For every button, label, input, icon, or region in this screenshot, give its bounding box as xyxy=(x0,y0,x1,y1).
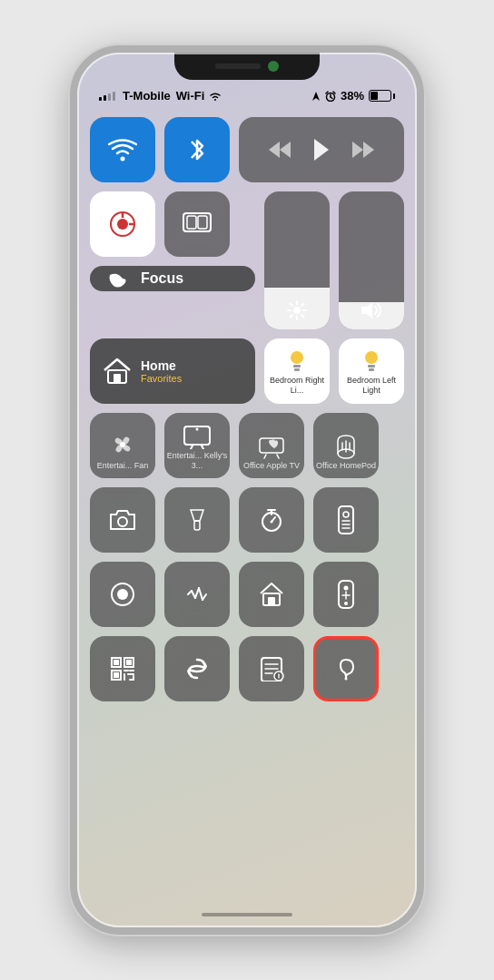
svg-marker-50 xyxy=(191,510,203,521)
shazam-button[interactable] xyxy=(164,636,230,701)
entertain-fan-label: Entertai... Fan xyxy=(97,461,149,471)
bedroom-right-light-button[interactable]: Bedroom Right Li... xyxy=(264,338,330,404)
brightness-slider[interactable] xyxy=(264,191,330,329)
volume-icon xyxy=(360,300,383,320)
svg-marker-10 xyxy=(352,142,363,158)
screen-mirror-icon xyxy=(183,212,212,236)
apple-remote-icon xyxy=(338,580,354,609)
tv-icon xyxy=(183,426,211,449)
focus-label: Focus xyxy=(141,270,183,287)
apple-tv-remote-button[interactable] xyxy=(313,562,379,627)
home-label: Home xyxy=(141,358,182,373)
location-icon xyxy=(311,91,321,102)
row-utilities-2 xyxy=(90,562,404,627)
alarm-icon xyxy=(325,91,336,102)
screen-record-button[interactable] xyxy=(90,562,155,627)
screen-lock-button[interactable] xyxy=(90,191,155,257)
svg-marker-0 xyxy=(312,92,320,101)
svg-point-49 xyxy=(118,517,127,526)
remote-button[interactable] xyxy=(313,487,379,553)
signal-bars xyxy=(99,92,115,101)
svg-line-4 xyxy=(326,92,328,93)
screen-mirror-button[interactable] xyxy=(164,191,230,257)
svg-rect-30 xyxy=(114,374,121,383)
apple-tv-icon xyxy=(259,437,284,459)
timer-button[interactable] xyxy=(239,487,304,553)
row-display: Focus xyxy=(90,191,404,329)
bluetooth-button[interactable] xyxy=(164,117,230,182)
fan-icon xyxy=(108,430,137,459)
camera xyxy=(268,61,279,72)
moon-icon xyxy=(104,266,130,291)
svg-point-41 xyxy=(196,428,199,431)
home-icon xyxy=(103,358,132,385)
forward-button[interactable] xyxy=(351,140,376,160)
notes-icon xyxy=(259,656,284,681)
status-left: T-Mobile Wi-Fi xyxy=(99,89,222,103)
svg-rect-35 xyxy=(368,365,375,368)
rewind-button[interactable] xyxy=(267,140,292,160)
sound-icon xyxy=(184,582,210,607)
home-indicator xyxy=(202,913,292,916)
focus-button[interactable]: Focus xyxy=(90,266,255,291)
svg-point-19 xyxy=(293,307,301,314)
svg-rect-81 xyxy=(114,672,119,678)
col-left: Focus xyxy=(90,191,255,291)
notes-button[interactable] xyxy=(239,636,304,701)
home-favorites-button[interactable]: Home Favorites xyxy=(90,338,255,404)
bedroom-left-light-button[interactable]: Bedroom Left Light xyxy=(339,338,404,404)
bedroom-right-label: Bedroom Right Li... xyxy=(264,376,330,396)
svg-rect-51 xyxy=(194,521,200,530)
camera-button[interactable] xyxy=(90,487,155,553)
svg-marker-28 xyxy=(361,302,372,318)
svg-line-66 xyxy=(195,588,199,598)
media-controls xyxy=(239,117,404,182)
svg-rect-33 xyxy=(294,368,300,371)
row-connectivity xyxy=(90,117,404,182)
svg-marker-8 xyxy=(269,142,280,158)
svg-line-26 xyxy=(291,315,292,317)
svg-point-63 xyxy=(117,589,128,600)
flashlight-button[interactable] xyxy=(164,487,230,553)
shazam-icon xyxy=(184,656,210,681)
hearing-button[interactable] xyxy=(313,636,379,701)
hearing-icon xyxy=(333,656,359,681)
office-homepod-button[interactable]: Office HomePod xyxy=(313,413,379,478)
qr-icon xyxy=(110,656,135,681)
svg-line-68 xyxy=(203,594,206,600)
svg-line-27 xyxy=(301,304,303,306)
home-sub-label: Favorites xyxy=(141,373,182,384)
entertain-kelly-label: Entertai... Kelly's 3... xyxy=(164,451,230,471)
signal-bar-2 xyxy=(104,95,106,101)
svg-point-56 xyxy=(271,521,273,524)
home-control-button[interactable] xyxy=(239,562,304,627)
wifi-button[interactable] xyxy=(90,117,155,182)
svg-point-72 xyxy=(344,586,349,591)
row-lock-mirror xyxy=(90,191,255,257)
light-bulb-2-icon xyxy=(361,348,382,373)
svg-rect-57 xyxy=(339,506,353,534)
sound-recognition-button[interactable] xyxy=(164,562,230,627)
phone-frame: T-Mobile Wi-Fi xyxy=(70,45,424,935)
battery-percent: 38% xyxy=(341,89,364,103)
home-text: Home Favorites xyxy=(141,358,182,384)
svg-rect-18 xyxy=(198,216,207,229)
carrier-label: T-Mobile xyxy=(123,89,171,103)
svg-line-3 xyxy=(331,97,332,99)
entertain-kelly-button[interactable]: Entertai... Kelly's 3... xyxy=(164,413,230,478)
play-button[interactable] xyxy=(311,137,332,162)
signal-bar-3 xyxy=(108,93,111,101)
qr-scanner-button[interactable] xyxy=(90,636,155,701)
home-2-icon xyxy=(259,582,284,607)
bedroom-left-label: Bedroom Left Light xyxy=(339,376,404,396)
volume-slider[interactable] xyxy=(339,191,404,329)
row-home: Home Favorites Bedroom Right Li... xyxy=(90,338,404,404)
wifi-status-icon xyxy=(208,91,222,102)
office-apple-tv-button[interactable]: Office Apple TV xyxy=(239,413,304,478)
brightness-icon xyxy=(287,300,307,320)
status-right: 38% xyxy=(311,89,395,103)
screen-lock-icon xyxy=(108,210,137,239)
entertain-fan-button[interactable]: Entertai... Fan xyxy=(90,413,155,478)
office-homepod-label: Office HomePod xyxy=(316,461,376,471)
notch xyxy=(174,53,320,80)
